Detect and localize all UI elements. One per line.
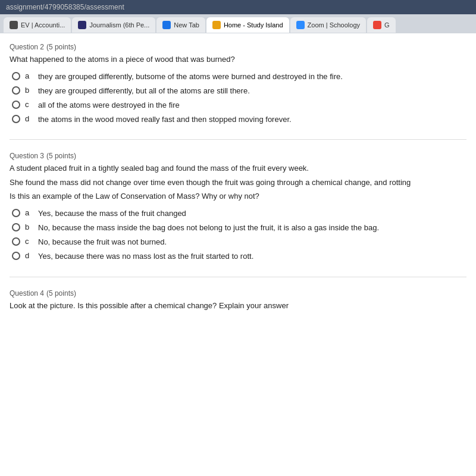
tab-icon-zoom xyxy=(296,21,305,29)
question-2-text: What happened to the atoms in a piece of… xyxy=(10,54,466,65)
tab-label-g: G xyxy=(384,21,390,29)
radio-q3-c[interactable] xyxy=(12,237,20,246)
tab-g[interactable]: G xyxy=(367,17,396,33)
question-3-text-3: Is this an example of the Law of Conserv… xyxy=(10,190,466,202)
option-letter-q3-d: d xyxy=(25,251,33,260)
question-2-points: (5 points) xyxy=(46,43,76,51)
question-2-header: Question 2 (5 points) xyxy=(10,42,466,51)
question-2-options: athey are grouped differently, butsome o… xyxy=(12,71,466,126)
divider-q2-q3 xyxy=(10,139,466,140)
question-3-points: (5 points) xyxy=(46,152,76,160)
tab-label-newtab: New Tab xyxy=(174,21,199,29)
divider-q3-q4 xyxy=(10,277,466,277)
option-letter-q3-b: b xyxy=(25,223,33,231)
question-2-number: Question 2 xyxy=(10,43,44,51)
tab-label-journalism: Journalism (6th Pe... xyxy=(89,21,149,29)
tab-journalism[interactable]: Journalism (6th Pe... xyxy=(72,17,155,33)
url-text: assignment/4799058385/assessment xyxy=(6,3,124,11)
tab-studyisland[interactable]: Home - Study Island xyxy=(206,17,289,33)
option-letter-q2-d: d xyxy=(25,114,33,123)
option-letter-q2-a: a xyxy=(25,71,33,80)
q2-option-a[interactable]: athey are grouped differently, butsome o… xyxy=(12,71,466,82)
tab-ev[interactable]: EV | Accounti... xyxy=(4,17,71,33)
radio-q3-a[interactable] xyxy=(12,209,20,217)
option-text-q2-a: they are grouped differently, butsome of… xyxy=(38,71,466,82)
option-letter-q2-b: b xyxy=(25,86,33,95)
tab-newtab[interactable]: New Tab xyxy=(156,17,205,33)
radio-q2-c[interactable] xyxy=(12,101,20,109)
browser-tabs: EV | Accounti...Journalism (6th Pe...New… xyxy=(0,14,476,33)
option-letter-q3-c: c xyxy=(25,237,33,246)
option-text-q3-d: Yes, because there was no mass lost as t… xyxy=(38,251,466,262)
q2-option-c[interactable]: call of the atoms were destroyed in the … xyxy=(12,100,466,111)
tab-icon-ev xyxy=(10,21,18,29)
question-3-text-2: She found the mass did not change over t… xyxy=(10,177,466,189)
question-3-number: Question 3 xyxy=(10,152,44,160)
option-text-q3-c: No, because the fruit was not burned. xyxy=(38,237,466,248)
tab-label-ev: EV | Accounti... xyxy=(21,21,65,29)
option-text-q3-b: No, because the mass inside the bag does… xyxy=(38,223,466,233)
question-4-block: Question 4 (5 points) Look at the pictur… xyxy=(10,288,466,312)
page-content: Question 2 (5 points) What happened to t… xyxy=(0,33,476,476)
radio-q3-d[interactable] xyxy=(12,252,20,260)
option-text-q2-b: they are grouped differently, but all of… xyxy=(38,86,466,96)
radio-q2-a[interactable] xyxy=(12,72,20,80)
tab-icon-journalism xyxy=(78,21,86,29)
radio-q2-b[interactable] xyxy=(12,86,20,95)
option-letter-q3-a: a xyxy=(25,208,33,217)
question-3-block: Question 3 (5 points) A student placed f… xyxy=(10,151,466,262)
tab-icon-g xyxy=(373,21,381,29)
q2-option-b[interactable]: bthey are grouped differently, but all o… xyxy=(12,86,466,96)
radio-q2-d[interactable] xyxy=(12,115,20,123)
question-4-header: Question 4 (5 points) xyxy=(10,288,466,298)
question-2-block: Question 2 (5 points) What happened to t… xyxy=(10,42,466,125)
tab-label-studyisland: Home - Study Island xyxy=(224,21,283,29)
q3-option-d[interactable]: dYes, because there was no mass lost as … xyxy=(12,251,466,262)
question-4-text: Look at the picture. Is this possible af… xyxy=(10,300,466,312)
question-4-number: Question 4 xyxy=(10,289,44,298)
q3-option-c[interactable]: cNo, because the fruit was not burned. xyxy=(12,237,466,248)
question-4-points: (5 points) xyxy=(46,289,76,298)
radio-q3-b[interactable] xyxy=(12,223,20,231)
address-bar: assignment/4799058385/assessment xyxy=(0,0,476,14)
q3-option-b[interactable]: bNo, because the mass inside the bag doe… xyxy=(12,223,466,233)
question-3-text-1: A student placed fruit in a tightly seal… xyxy=(10,162,466,174)
tab-zoom[interactable]: Zoom | Schoology xyxy=(290,17,366,33)
question-3-options: aYes, because the mass of the fruit chan… xyxy=(12,208,466,262)
option-text-q3-a: Yes, because the mass of the fruit chang… xyxy=(38,208,466,219)
option-text-q2-c: all of the atoms were destroyed in the f… xyxy=(38,100,466,111)
question-3-header: Question 3 (5 points) xyxy=(10,151,466,160)
q3-option-a[interactable]: aYes, because the mass of the fruit chan… xyxy=(12,208,466,219)
q2-option-d[interactable]: dthe atoms in the wood moved really fast… xyxy=(12,114,466,125)
tab-label-zoom: Zoom | Schoology xyxy=(308,21,360,29)
tab-icon-newtab xyxy=(162,21,171,29)
tab-icon-studyisland xyxy=(212,21,221,29)
option-letter-q2-c: c xyxy=(25,100,33,109)
option-text-q2-d: the atoms in the wood moved really fast … xyxy=(38,114,466,125)
